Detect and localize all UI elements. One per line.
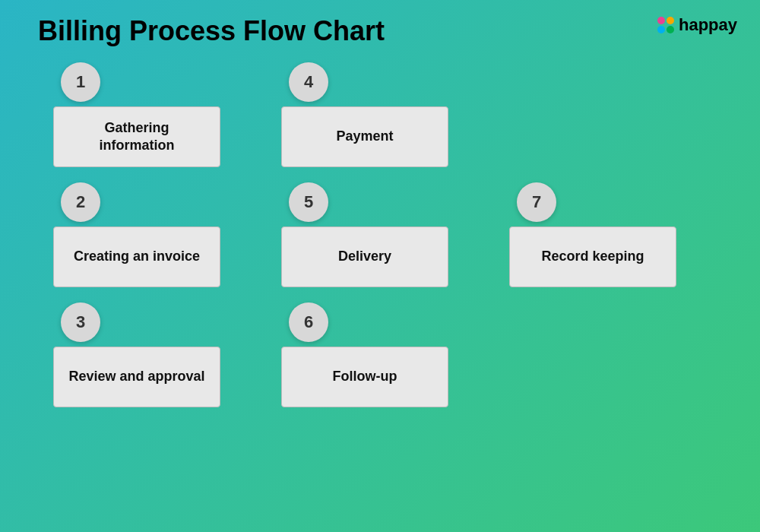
main-container: Billing Process Flow Chart happay 1 Gath… xyxy=(0,0,760,532)
step-label-4: Payment xyxy=(336,128,393,145)
flow-grid: 1 Gathering information 4 Payment 2 Crea… xyxy=(46,62,730,407)
step-label-1: Gathering information xyxy=(65,119,208,155)
logo-dots xyxy=(657,17,674,33)
step-box-4: Payment xyxy=(281,106,448,167)
flow-item-2: 2 Creating an invoice xyxy=(46,182,228,287)
step-box-1: Gathering information xyxy=(53,106,220,167)
step-circle-2: 2 xyxy=(61,182,100,222)
step-circle-7: 7 xyxy=(517,182,556,222)
page-title: Billing Process Flow Chart xyxy=(38,15,730,47)
step-label-3: Review and approval xyxy=(68,368,204,385)
step-circle-5: 5 xyxy=(289,182,328,222)
step-box-5: Delivery xyxy=(281,226,448,287)
step-circle-6: 6 xyxy=(289,302,328,342)
step-label-7: Record keeping xyxy=(541,248,644,265)
logo-dot-green xyxy=(667,26,674,33)
step-circle-3: 3 xyxy=(61,302,100,342)
step-circle-4: 4 xyxy=(289,62,328,102)
logo-dot-orange xyxy=(667,17,674,24)
step-box-2: Creating an invoice xyxy=(53,226,220,287)
step-label-6: Follow-up xyxy=(333,368,397,385)
flow-item-6: 6 Follow-up xyxy=(274,302,456,407)
logo: happay xyxy=(657,15,737,35)
flow-item-7: 7 Record keeping xyxy=(502,182,684,287)
step-label-2: Creating an invoice xyxy=(74,248,200,265)
flow-item-1: 1 Gathering information xyxy=(46,62,228,167)
flow-item-3: 3 Review and approval xyxy=(46,302,228,407)
flow-item-5: 5 Delivery xyxy=(274,182,456,287)
step-box-6: Follow-up xyxy=(281,347,448,407)
step-box-3: Review and approval xyxy=(53,347,220,407)
step-label-5: Delivery xyxy=(338,248,391,265)
logo-dot-pink xyxy=(657,17,665,24)
logo-dot-blue xyxy=(657,26,665,33)
step-circle-1: 1 xyxy=(61,62,100,102)
logo-text: happay xyxy=(679,15,737,35)
flow-item-4: 4 Payment xyxy=(274,62,456,167)
step-box-7: Record keeping xyxy=(509,226,676,287)
